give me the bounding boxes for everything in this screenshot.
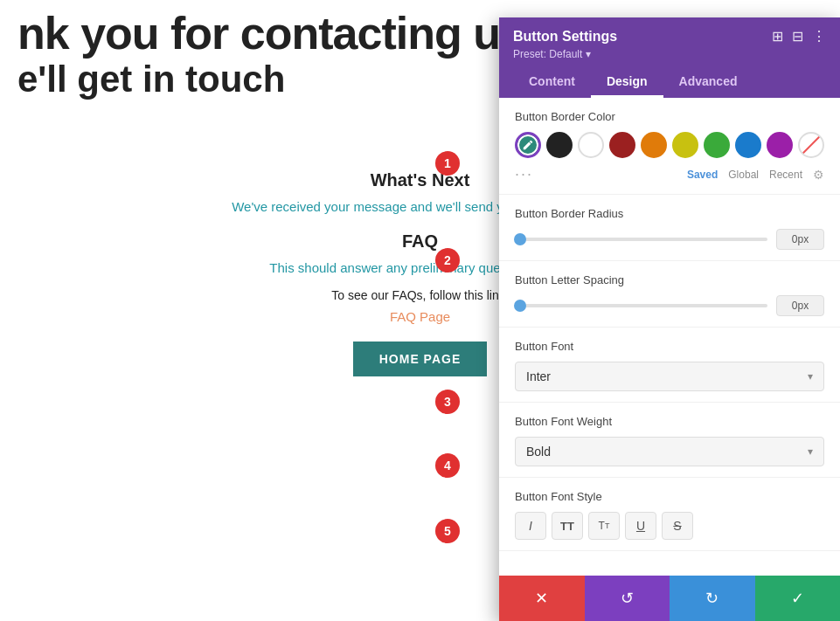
color-tab-global[interactable]: Global <box>728 169 759 181</box>
letter-spacing-label: Button Letter Spacing <box>515 273 824 286</box>
swatch-teal[interactable] <box>515 132 541 158</box>
letter-spacing-value[interactable]: 0px <box>776 295 824 316</box>
badge-5: 5 <box>435 519 460 543</box>
panel-footer: ✕ ↺ ↻ ✓ <box>499 576 840 621</box>
tab-design[interactable]: Design <box>591 67 663 98</box>
color-tab-recent[interactable]: Recent <box>769 169 802 181</box>
color-tab-saved[interactable]: Saved <box>687 169 718 181</box>
border-color-section: Button Border Color ··· <box>499 98 840 195</box>
badge-2: 2 <box>435 248 460 273</box>
style-btn-italic[interactable]: I <box>515 512 546 540</box>
border-radius-slider-track[interactable] <box>515 238 767 241</box>
grid-icon[interactable]: ⊟ <box>792 28 803 45</box>
letter-spacing-slider-thumb[interactable] <box>514 300 526 312</box>
faq-link-label: To see our FAQs, follow this link: <box>331 288 508 302</box>
font-label: Button Font <box>515 340 824 353</box>
border-color-label: Button Border Color <box>515 110 824 123</box>
cancel-button[interactable]: ✕ <box>499 576 585 621</box>
border-radius-label: Button Border Radius <box>515 207 824 220</box>
panel-title: Button Settings <box>513 29 617 45</box>
swatch-orange[interactable] <box>641 132 667 158</box>
badge-3: 3 <box>435 390 460 414</box>
swatch-purple[interactable] <box>767 132 793 158</box>
color-more-dots[interactable]: ··· <box>515 165 533 183</box>
style-btn-capitalize[interactable]: TT <box>588 512 620 540</box>
panel-tabs: Content Design Advanced <box>513 67 826 98</box>
swatch-yellow[interactable] <box>672 132 698 158</box>
tab-advanced[interactable]: Advanced <box>663 67 753 98</box>
font-section: Button Font Inter ▾ <box>499 328 840 403</box>
panel-body: Button Border Color ··· <box>499 98 840 576</box>
font-value: Inter <box>526 369 551 383</box>
undo-button[interactable]: ↺ <box>585 576 670 621</box>
letter-spacing-slider-row: 0px <box>515 295 824 316</box>
faq-heading: FAQ <box>402 231 438 252</box>
page-title-line1: nk you for contacting us <box>0 9 524 59</box>
font-weight-label: Button Font Weight <box>515 415 824 428</box>
letter-spacing-section: Button Letter Spacing 0px <box>499 261 840 328</box>
font-dropdown-arrow: ▾ <box>808 370 813 383</box>
border-radius-section: Button Border Radius 0px <box>499 195 840 261</box>
swatch-white[interactable] <box>578 132 604 158</box>
style-btn-uppercase[interactable]: TT <box>552 512 583 540</box>
color-gear-icon[interactable]: ⚙ <box>813 168 824 182</box>
font-dropdown[interactable]: Inter ▾ <box>515 362 824 391</box>
swatch-green[interactable] <box>704 132 730 158</box>
whats-next-heading: What's Next <box>371 170 470 190</box>
panel-preset[interactable]: Preset: Default ▾ <box>513 48 826 60</box>
font-style-buttons: I TT TT U S <box>515 512 824 540</box>
font-style-section: Button Font Style I TT TT U S <box>499 478 840 551</box>
settings-panel: Button Settings ⊞ ⊟ ⋮ Preset: Default ▾ … <box>499 17 840 621</box>
more-options-icon[interactable]: ⋮ <box>812 28 826 45</box>
font-weight-section: Button Font Weight Bold ▾ <box>499 403 840 478</box>
font-weight-dropdown-arrow: ▾ <box>808 445 813 458</box>
letter-spacing-slider-track[interactable] <box>515 304 767 307</box>
color-row-bottom: ··· Saved Global Recent ⚙ <box>515 165 824 183</box>
expand-icon[interactable]: ⊞ <box>772 28 783 45</box>
style-btn-underline[interactable]: U <box>625 512 656 540</box>
font-style-label: Button Font Style <box>515 490 824 503</box>
confirm-button[interactable]: ✓ <box>755 576 841 621</box>
font-weight-value: Bold <box>526 445 551 459</box>
border-radius-value[interactable]: 0px <box>776 229 824 250</box>
style-btn-strikethrough[interactable]: S <box>662 512 693 540</box>
swatch-none[interactable] <box>798 132 824 158</box>
swatch-red[interactable] <box>609 132 635 158</box>
color-swatches <box>515 132 824 158</box>
color-tabs: Saved Global Recent ⚙ <box>687 168 824 182</box>
panel-header: Button Settings ⊞ ⊟ ⋮ Preset: Default ▾ … <box>499 17 840 98</box>
home-page-button[interactable]: HOME PAGE <box>353 342 488 376</box>
badge-4: 4 <box>435 453 460 478</box>
badge-1: 1 <box>435 151 460 176</box>
border-radius-slider-thumb[interactable] <box>514 233 526 245</box>
border-radius-slider-row: 0px <box>515 229 824 250</box>
swatch-black[interactable] <box>546 132 573 158</box>
faq-link[interactable]: FAQ Page <box>390 309 450 324</box>
swatch-blue[interactable] <box>735 132 761 158</box>
tab-content[interactable]: Content <box>513 67 591 98</box>
panel-header-icons: ⊞ ⊟ ⋮ <box>772 28 826 45</box>
page-title-line2: e'll get in touch <box>0 59 285 100</box>
redo-button[interactable]: ↻ <box>670 576 755 621</box>
font-weight-dropdown[interactable]: Bold ▾ <box>515 437 824 466</box>
